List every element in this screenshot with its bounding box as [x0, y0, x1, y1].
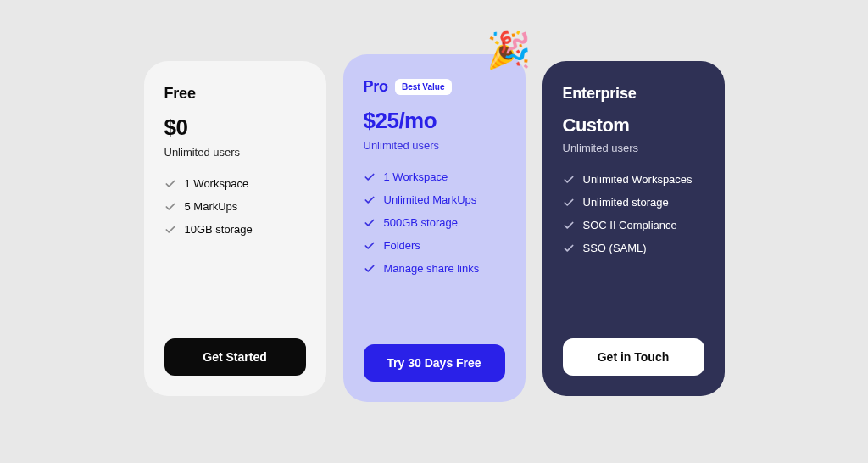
feature-label: 500GB storage	[384, 216, 458, 229]
feature-item: Unlimited Workspaces	[563, 173, 704, 186]
feature-item: 10GB storage	[164, 223, 306, 236]
plan-title: Free	[164, 85, 196, 103]
plan-title-row: Pro Best Value	[364, 78, 505, 96]
party-popper-icon: 🎉	[487, 32, 531, 68]
feature-item: Folders	[364, 239, 505, 252]
feature-list: 1 Workspace Unlimited MarkUps 500GB stor…	[364, 170, 505, 332]
feature-label: 10GB storage	[185, 223, 253, 236]
plan-title: Pro	[364, 78, 388, 96]
pricing-plans: Free $0 Unlimited users 1 Workspace 5 Ma…	[144, 61, 725, 402]
check-icon	[364, 194, 376, 206]
feature-item: SOC II Compliance	[563, 219, 704, 232]
feature-label: Manage share links	[384, 262, 480, 275]
feature-item: Manage share links	[364, 262, 505, 275]
feature-item: 1 Workspace	[364, 170, 505, 183]
feature-label: SSO (SAML)	[583, 242, 647, 254]
plan-subtext: Unlimited users	[563, 142, 704, 154]
check-icon	[364, 217, 376, 229]
feature-list: Unlimited Workspaces Unlimited storage S…	[563, 173, 704, 326]
check-icon	[563, 197, 575, 209]
get-in-touch-button[interactable]: Get in Touch	[563, 338, 704, 376]
check-icon	[563, 243, 575, 254]
check-icon	[164, 201, 176, 213]
plan-card-pro: 🎉 Pro Best Value $25/mo Unlimited users …	[343, 54, 526, 402]
feature-item: Unlimited storage	[563, 196, 704, 209]
try-free-button[interactable]: Try 30 Days Free	[364, 344, 505, 382]
check-icon	[364, 171, 376, 183]
plan-card-free: Free $0 Unlimited users 1 Workspace 5 Ma…	[144, 61, 326, 396]
feature-label: SOC II Compliance	[583, 219, 677, 232]
feature-label: Folders	[384, 239, 420, 252]
feature-item: Unlimited MarkUps	[364, 193, 505, 206]
feature-item: SSO (SAML)	[563, 242, 704, 254]
feature-label: Unlimited MarkUps	[384, 193, 477, 206]
feature-item: 1 Workspace	[164, 177, 306, 190]
plan-subtext: Unlimited users	[364, 139, 505, 152]
plan-card-enterprise: Enterprise Custom Unlimited users Unlimi…	[542, 61, 725, 396]
plan-price: Custom	[563, 114, 704, 137]
feature-label: Unlimited storage	[583, 196, 669, 209]
plan-subtext: Unlimited users	[164, 146, 306, 159]
feature-item: 500GB storage	[364, 216, 505, 229]
feature-label: 5 MarkUps	[185, 200, 238, 213]
check-icon	[364, 240, 376, 252]
feature-label: 1 Workspace	[185, 177, 249, 190]
check-icon	[164, 224, 176, 236]
check-icon	[364, 263, 376, 275]
plan-title-row: Enterprise	[563, 85, 704, 103]
best-value-badge: Best Value	[395, 79, 452, 95]
feature-label: 1 Workspace	[384, 170, 448, 183]
plan-title-row: Free	[164, 85, 306, 103]
plan-price: $25/mo	[364, 108, 505, 134]
plan-title: Enterprise	[563, 85, 637, 103]
plan-price: $0	[164, 114, 306, 141]
check-icon	[563, 220, 575, 232]
feature-label: Unlimited Workspaces	[583, 173, 693, 186]
check-icon	[164, 178, 176, 190]
feature-list: 1 Workspace 5 MarkUps 10GB storage	[164, 177, 306, 326]
feature-item: 5 MarkUps	[164, 200, 306, 213]
get-started-button[interactable]: Get Started	[164, 338, 306, 376]
check-icon	[563, 174, 575, 186]
